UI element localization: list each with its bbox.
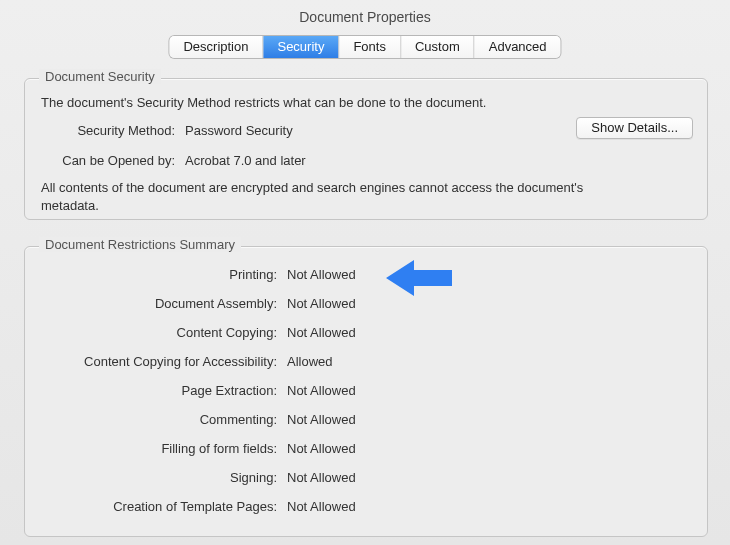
- restriction-signing-label: Signing:: [25, 470, 287, 485]
- restriction-row: Commenting: Not Allowed: [25, 412, 707, 427]
- window-title: Document Properties: [0, 9, 730, 25]
- document-security-group: Document Security The document's Securit…: [24, 78, 708, 220]
- encryption-note: All contents of the document are encrypt…: [41, 179, 627, 214]
- restriction-template-value: Not Allowed: [287, 499, 707, 514]
- restriction-printing-value: Not Allowed: [287, 267, 707, 282]
- restriction-commenting-label: Commenting:: [25, 412, 287, 427]
- tab-custom[interactable]: Custom: [401, 36, 475, 58]
- restriction-copying-label: Content Copying:: [25, 325, 287, 340]
- restriction-commenting-value: Not Allowed: [287, 412, 707, 427]
- restriction-row: Content Copying: Not Allowed: [25, 325, 707, 340]
- restriction-assembly-label: Document Assembly:: [25, 296, 287, 311]
- security-intro-text: The document's Security Method restricts…: [41, 95, 691, 110]
- restriction-row: Page Extraction: Not Allowed: [25, 383, 707, 398]
- restriction-copy-a11y-label: Content Copying for Accessibility:: [25, 354, 287, 369]
- restrictions-group: Document Restrictions Summary Printing: …: [24, 246, 708, 537]
- tab-description[interactable]: Description: [169, 36, 263, 58]
- restriction-extraction-value: Not Allowed: [287, 383, 707, 398]
- restrictions-list: Printing: Not Allowed Document Assembly:…: [25, 267, 707, 528]
- restriction-row: Filling of form fields: Not Allowed: [25, 441, 707, 456]
- opened-by-label: Can be Opened by:: [25, 153, 185, 168]
- restriction-row: Signing: Not Allowed: [25, 470, 707, 485]
- document-properties-window: Document Properties Description Security…: [0, 0, 730, 545]
- restriction-printing-label: Printing:: [25, 267, 287, 282]
- restriction-formfill-value: Not Allowed: [287, 441, 707, 456]
- tab-fonts[interactable]: Fonts: [339, 36, 401, 58]
- security-method-label: Security Method:: [25, 123, 185, 138]
- restriction-row: Document Assembly: Not Allowed: [25, 296, 707, 311]
- document-security-label: Document Security: [39, 69, 161, 84]
- tab-security[interactable]: Security: [263, 36, 339, 58]
- show-details-button[interactable]: Show Details...: [576, 117, 693, 139]
- restrictions-label: Document Restrictions Summary: [39, 237, 241, 252]
- restriction-row: Printing: Not Allowed: [25, 267, 707, 282]
- restriction-assembly-value: Not Allowed: [287, 296, 707, 311]
- restriction-signing-value: Not Allowed: [287, 470, 707, 485]
- restriction-copying-value: Not Allowed: [287, 325, 707, 340]
- tab-advanced[interactable]: Advanced: [475, 36, 561, 58]
- restriction-template-label: Creation of Template Pages:: [25, 499, 287, 514]
- restriction-extraction-label: Page Extraction:: [25, 383, 287, 398]
- opened-by-value: Acrobat 7.0 and later: [185, 153, 707, 168]
- tabstrip: Description Security Fonts Custom Advanc…: [169, 36, 560, 58]
- restriction-copy-a11y-value: Allowed: [287, 354, 707, 369]
- restriction-row: Creation of Template Pages: Not Allowed: [25, 499, 707, 514]
- restriction-formfill-label: Filling of form fields:: [25, 441, 287, 456]
- restriction-row: Content Copying for Accessibility: Allow…: [25, 354, 707, 369]
